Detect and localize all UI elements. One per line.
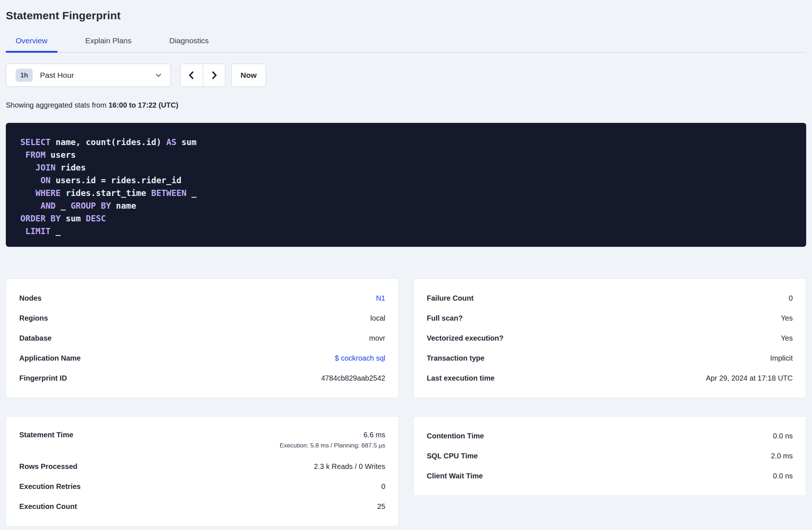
sql-text: _ [186, 188, 197, 198]
sql-keyword: WHERE [36, 188, 61, 198]
stat-label: Nodes [19, 294, 41, 302]
time-range-dropdown[interactable]: 1h Past Hour [6, 64, 171, 87]
stat-label: Database [19, 334, 52, 342]
stat-value: 0 [789, 294, 793, 302]
stat-value: Yes [781, 334, 793, 342]
stat-row: Execution Count25 [19, 497, 385, 517]
stat-label: Rows Processed [19, 462, 77, 471]
stat-label: Application Name [19, 354, 81, 362]
stat-value: 0 [381, 482, 385, 491]
stat-value-wrap: Apr 29, 2024 at 17:18 UTC [706, 374, 793, 382]
stat-value: 2.3 k Reads / 0 Writes [314, 462, 385, 471]
stat-row: NodesN1 [19, 288, 385, 308]
sql-keyword: BETWEEN [151, 188, 186, 198]
sql-line: SELECT name, count(rides.id) AS sum [20, 136, 792, 149]
execution-attributes-card: Failure Count0Full scan?YesVectorized ex… [413, 278, 806, 398]
chevron-down-icon [154, 71, 162, 79]
time-nav-group [180, 64, 225, 87]
sql-text: name, count(rides.id) [51, 137, 166, 147]
stat-row: Client Wait Time0.0 ns [427, 466, 793, 486]
prev-interval-button[interactable] [181, 64, 203, 87]
sql-keyword: ON [40, 176, 51, 185]
stat-label: Execution Count [19, 502, 77, 511]
stat-label: Failure Count [427, 294, 474, 302]
sql-line: ON users.id = rides.rider_id [20, 174, 792, 187]
stat-label: Fingerprint ID [19, 374, 67, 382]
stat-value: Implicit [770, 354, 793, 362]
tab-overview[interactable]: Overview [6, 32, 57, 53]
stat-row: Transaction typeImplicit [427, 348, 793, 368]
stat-row: Contention Time0.0 ns [427, 426, 793, 446]
stat-value-wrap: 2.0 ms [771, 452, 793, 460]
time-range-label: Past Hour [40, 71, 154, 80]
sql-keyword: SELECT [20, 137, 51, 147]
stat-row: Last execution timeApr 29, 2024 at 17:18… [427, 368, 793, 388]
sql-keyword: DESC [86, 214, 106, 223]
stat-label: SQL CPU Time [427, 452, 478, 460]
stat-value-wrap: $ cockroach sql [335, 354, 385, 362]
stat-value-wrap: 0 [789, 294, 793, 302]
timing-cards-row: Statement Time6.6 msExecution: 5.8 ms / … [6, 416, 806, 526]
aggregated-stats-prefix: Showing aggregated stats from [6, 101, 108, 109]
sql-line: ORDER BY sum DESC [20, 212, 792, 225]
stat-value-wrap: 0.0 ns [773, 432, 793, 440]
stat-label: Transaction type [427, 354, 485, 362]
tab-diagnostics[interactable]: Diagnostics [160, 32, 219, 53]
stat-value-wrap: 0.0 ns [773, 472, 793, 480]
stat-row: Full scan?Yes [427, 308, 793, 328]
stat-value-wrap: local [370, 314, 385, 322]
sql-text: rides [56, 163, 86, 172]
stat-value-wrap: 0 [381, 482, 385, 491]
stat-value: 0.0 ns [773, 432, 793, 440]
stat-value-wrap: Yes [781, 334, 793, 342]
stat-label: Full scan? [427, 314, 463, 322]
chevron-right-icon [209, 71, 219, 80]
stat-value: 2.0 ms [771, 452, 793, 460]
sql-text: users.id = rides.rider_id [51, 176, 181, 185]
time-range-badge: 1h [16, 69, 33, 82]
stat-value-wrap: 2.3 k Reads / 0 Writes [314, 462, 385, 471]
sql-line: JOIN rides [20, 161, 792, 174]
stat-value-wrap: Implicit [770, 354, 793, 362]
sql-keyword: JOIN [36, 163, 56, 172]
sql-text: sum [61, 214, 86, 223]
stat-row: Rows Processed2.3 k Reads / 0 Writes [19, 457, 385, 477]
stat-value-wrap: 6.6 msExecution: 5.8 ms / Planning: 687.… [280, 431, 385, 449]
stat-value-wrap: N1 [376, 294, 385, 302]
stat-row: Fingerprint ID4784cb829aab2542 [19, 368, 385, 388]
aggregated-stats-range: 16:00 to 17:22 (UTC) [108, 101, 178, 109]
stat-subvalue: Execution: 5.8 ms / Planning: 687.5 µs [280, 442, 385, 449]
stat-value: Apr 29, 2024 at 17:18 UTC [706, 374, 793, 382]
sql-text: users [45, 150, 76, 160]
next-interval-button[interactable] [203, 64, 225, 87]
tab-explain-plans[interactable]: Explain Plans [76, 32, 141, 53]
sql-text: _ [51, 226, 61, 236]
stat-row: Execution Retries0 [19, 477, 385, 497]
page-title: Statement Fingerprint [6, 0, 806, 22]
stat-label: Statement Time [19, 431, 73, 439]
stat-value-link[interactable]: N1 [376, 294, 385, 302]
sql-line: LIMIT _ [20, 225, 792, 238]
stat-value-wrap: movr [369, 334, 385, 342]
sql-fingerprint-box: SELECT name, count(rides.id) AS sum FROM… [6, 123, 806, 247]
sql-text: sum [176, 137, 196, 147]
stat-value: 6.6 ms [280, 431, 385, 439]
tab-bar: OverviewExplain PlansDiagnostics [6, 32, 806, 53]
sql-keyword: ORDER BY [20, 214, 61, 223]
stat-value-wrap: Yes [781, 314, 793, 322]
stat-label: Last execution time [427, 374, 495, 382]
sql-text: name [111, 201, 136, 210]
wait-timing-card: Contention Time0.0 nsSQL CPU Time2.0 msC… [413, 416, 806, 496]
stat-row: Vectorized execution?Yes [427, 328, 793, 348]
now-button[interactable]: Now [231, 64, 266, 87]
stat-label: Vectorized execution? [427, 334, 503, 342]
stat-row: Statement Time6.6 msExecution: 5.8 ms / … [19, 426, 385, 457]
stat-value: movr [369, 334, 385, 342]
sql-keyword: AS [166, 137, 177, 147]
stat-value-link[interactable]: $ cockroach sql [335, 354, 385, 362]
sql-keyword: AND [40, 201, 56, 210]
sql-keyword: LIMIT [25, 226, 51, 236]
stat-row: Databasemovr [19, 328, 385, 348]
stat-value: Yes [781, 314, 793, 322]
sql-text: _ [56, 201, 71, 210]
